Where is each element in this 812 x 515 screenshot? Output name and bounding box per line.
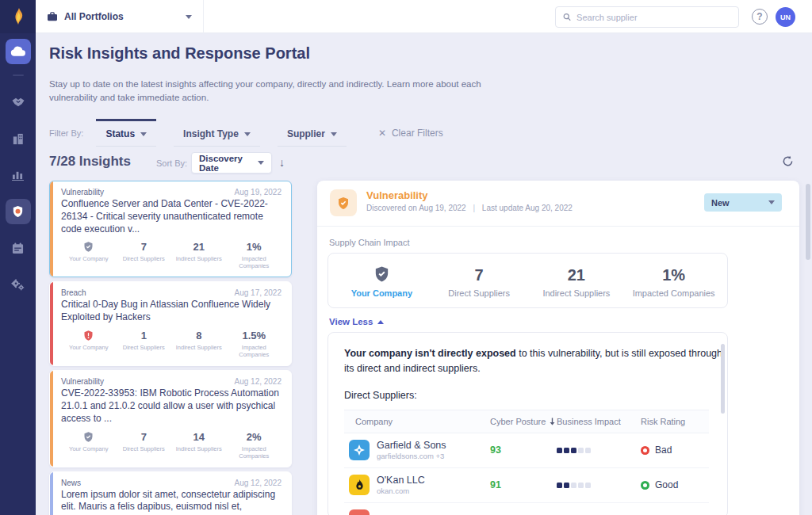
insight-type-label: Vulnerability (61, 377, 104, 386)
col-cyber-posture[interactable]: Cyber Posture (490, 417, 557, 426)
sidebar-item-analytics[interactable] (6, 162, 31, 188)
supplier-name: O'Kan LLC (377, 475, 425, 486)
supplier-domain[interactable]: okan.com (377, 486, 425, 495)
sort-desc-icon (549, 418, 556, 425)
refresh-button[interactable] (782, 155, 794, 170)
clear-filters-button[interactable]: ✕ Clear Filters (378, 128, 443, 139)
card-accent-bar (50, 282, 53, 365)
insight-title: Lorem ipsum dolor sit amet, consectetur … (61, 489, 282, 515)
view-less-label: View Less (329, 317, 373, 326)
sidebar-item-cloud[interactable] (6, 39, 31, 64)
insight-title: Confluence Server and Data Center - CVE-… (61, 198, 282, 235)
stat-label: Your Company (61, 445, 117, 452)
calendar-icon (12, 242, 24, 254)
portfolio-selector[interactable]: All Portfolios (36, 0, 204, 33)
risk-rating-cell: Good (641, 479, 709, 490)
col-company[interactable]: Company (344, 417, 490, 426)
insight-card[interactable]: VulnerabilityAug 19, 2022Confluence Serv… (49, 181, 292, 277)
sort-direction-arrow-icon[interactable]: ↓ (279, 156, 285, 169)
page-scrollbar[interactable] (806, 184, 810, 260)
filter-status[interactable]: Status (96, 119, 156, 147)
insight-date: Aug 12, 2022 (235, 479, 282, 487)
sidebar-item-portfolio[interactable] (6, 126, 31, 151)
insight-card-top: NewsAug 12, 2022 (61, 479, 282, 487)
inner-scrollbar[interactable] (721, 344, 725, 414)
insight-stat: 14Indirect Suppliers (171, 431, 227, 460)
stat-label: Direct Suppliers (117, 445, 172, 452)
insight-card[interactable]: BreachAug 17, 2022Critical 0-Day Bug in … (49, 281, 292, 366)
shield-check-icon (336, 196, 350, 211)
status-dropdown[interactable]: New (704, 193, 782, 212)
table-row[interactable]: O'Kan LLCokan.com91Good (344, 468, 709, 503)
user-avatar[interactable]: UN (776, 7, 795, 27)
stat-value: 7 (117, 241, 172, 254)
your-company-shield (333, 265, 431, 285)
your-company-shield-icon (61, 241, 117, 254)
sort-select[interactable]: Discovery Date (191, 152, 272, 174)
business-impact-cell (557, 483, 641, 488)
supplier-name: Garfield & Sons (377, 440, 446, 452)
insight-card[interactable]: NewsAug 12, 2022Lorem ipsum dolor sit am… (49, 471, 292, 515)
stat-your-company: Your Company (333, 265, 431, 298)
your-company-shield-icon (61, 431, 117, 444)
chevron-down-icon (140, 132, 147, 136)
insight-card-top: VulnerabilityAug 19, 2022 (61, 188, 282, 196)
stat-label: Indirect Suppliers (171, 445, 227, 452)
filter-supplier[interactable]: Supplier (278, 119, 347, 147)
stat-label: Impacted Companies (227, 255, 282, 269)
insight-type-label: Breach (61, 288, 86, 297)
rating-donut-icon (641, 481, 649, 490)
chevron-down-icon (768, 200, 775, 204)
help-button[interactable]: ? (752, 9, 768, 25)
insight-stat: 7Direct Suppliers (117, 431, 172, 460)
view-less-link[interactable]: View Less (329, 317, 726, 326)
sort-select-value: Discovery Date (199, 154, 258, 173)
detail-discovered: Discovered on Aug 19, 2022 (366, 204, 466, 212)
supplier-search[interactable] (555, 6, 739, 28)
stat-label: Indirect Suppliers (171, 344, 227, 351)
sidebar-item-settings[interactable] (6, 272, 31, 297)
detail-type: Vulnerability (366, 189, 428, 201)
insight-card-top: VulnerabilityAug 12, 2022 (61, 377, 282, 386)
bar-chart-icon (12, 170, 24, 181)
stat-label: Impacted Companies (227, 445, 282, 460)
insight-stat: Your Company (61, 241, 117, 269)
direct-suppliers-value: 7 (431, 265, 528, 285)
chevron-down-icon (331, 132, 337, 136)
impact-square (564, 483, 569, 488)
search-input[interactable] (576, 13, 731, 22)
supplier-company-cell: Ollivander's Wand Shop (344, 509, 490, 515)
insight-type-label: Vulnerability (61, 188, 104, 196)
stat-direct-suppliers: 7 Direct Suppliers (431, 265, 528, 298)
card-accent-bar (50, 371, 53, 466)
filter-insight-type[interactable]: Insight Type (174, 119, 260, 147)
app-logo[interactable] (0, 0, 36, 33)
supplier-domain[interactable]: garfieldsons.com +3 (377, 452, 446, 460)
col-cyber-posture-label: Cyber Posture (490, 417, 546, 426)
shield-icon (82, 431, 94, 443)
col-business-impact[interactable]: Business Impact (557, 417, 641, 426)
insight-card-stats: Your Company7Direct Suppliers14Indirect … (61, 431, 282, 460)
col-risk-rating[interactable]: Risk Rating (641, 417, 709, 426)
stat-value: 7 (117, 431, 172, 444)
filter-insight-type-label: Insight Type (183, 128, 239, 139)
stat-label: Your Company (61, 344, 117, 351)
your-company-label[interactable]: Your Company (333, 288, 431, 298)
detail-body: Supply Chain Impact Your Company 7 Direc… (317, 227, 799, 515)
table-row[interactable]: Ollivander's Wand Shop90Good (344, 503, 709, 515)
sidebar-divider (13, 74, 24, 76)
sidebar-item-calendar[interactable] (6, 235, 31, 261)
supplier-company-cell: O'Kan LLCokan.com (344, 475, 490, 495)
table-row[interactable]: Garfield & Sonsgarfieldsons.com +393Bad (344, 433, 709, 468)
your-company-shield-icon (61, 330, 117, 342)
insight-title: CVE-2022-33953: IBM Robotic Process Auto… (61, 387, 282, 425)
indirect-suppliers-label: Indirect Suppliers (528, 288, 626, 298)
insight-date: Aug 17, 2022 (235, 288, 282, 297)
sidebar-item-handshake[interactable] (6, 90, 31, 115)
impact-square (571, 483, 576, 488)
insight-card[interactable]: VulnerabilityAug 12, 2022CVE-2022-33953:… (49, 370, 292, 467)
sidebar-item-risk-insights[interactable] (6, 199, 31, 224)
flame-icon (349, 475, 370, 495)
flame-logo-icon (12, 8, 25, 25)
supplier-name-block: Garfield & Sonsgarfieldsons.com +3 (377, 440, 446, 460)
